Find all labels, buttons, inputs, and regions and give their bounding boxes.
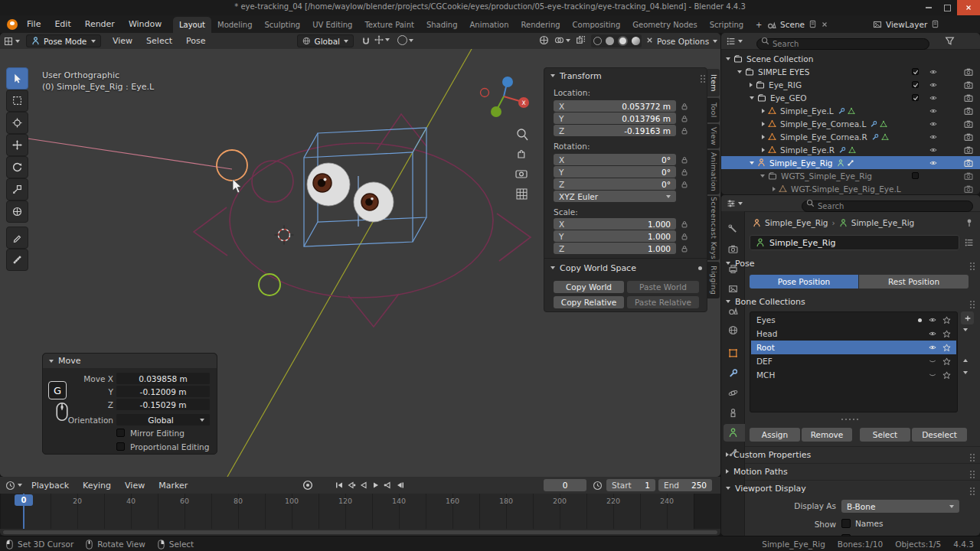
timeline-scrollbar[interactable]	[3, 530, 717, 534]
shading-rendered-button[interactable]	[632, 37, 640, 45]
outliner-row-simple-eye-cornea-r[interactable]: Simple_Eye_Cornea.R	[721, 130, 980, 143]
lock-icon[interactable]	[681, 102, 688, 111]
tool-annotate[interactable]	[6, 227, 28, 249]
outliner-row-simple-eyes[interactable]: SIMPLE EYES	[721, 65, 980, 78]
play-reverse-button[interactable]	[359, 481, 368, 490]
menu-view[interactable]: View	[106, 33, 139, 49]
visibility-icon[interactable]	[929, 81, 938, 89]
outliner-row-eye-geo[interactable]: Eye_GEO	[721, 91, 980, 104]
gizmo-y-axis[interactable]	[491, 106, 501, 117]
jump-to-next-keyframe-button[interactable]	[384, 481, 393, 490]
remove-button[interactable]: Remove	[802, 428, 852, 442]
copy-relative-button[interactable]: Copy Relative	[554, 296, 624, 308]
playhead-badge[interactable]: 0	[15, 494, 33, 506]
maximize-button[interactable]	[939, 0, 956, 15]
tab-tool[interactable]	[728, 224, 738, 234]
motion-paths-header[interactable]: Motion Paths	[726, 465, 976, 478]
outliner-row-simple-eye-cornea-l[interactable]: Simple_Eye_Cornea.L	[721, 117, 980, 130]
viewport-editor-type-button[interactable]	[4, 33, 20, 49]
exclude-checkbox[interactable]	[912, 172, 919, 179]
visibility-icon[interactable]	[929, 107, 938, 115]
outliner-row-wgts-simple-eye-rig[interactable]: WGTS_Simple_Eye_Rig	[721, 169, 980, 182]
rotation-y-field[interactable]: Y0°	[554, 166, 676, 178]
render-visibility-icon[interactable]	[964, 106, 973, 116]
workspace-tab-rendering[interactable]: Rendering	[515, 17, 567, 33]
workspace-tab-geometry-nodes[interactable]: Geometry Nodes	[626, 17, 703, 33]
tab-object-data[interactable]	[728, 428, 738, 438]
lock-icon[interactable]	[681, 220, 688, 229]
properties-editor-type-button[interactable]	[727, 195, 743, 211]
visibility-icon[interactable]	[929, 68, 938, 76]
menu-marker[interactable]: Marker	[152, 477, 194, 494]
lock-icon[interactable]	[681, 168, 688, 177]
operator-panel-header[interactable]: Move	[43, 354, 217, 368]
timeline-editor-type-button[interactable]	[5, 477, 22, 494]
proportional-editing-dropdown[interactable]	[397, 35, 413, 45]
pose-position-button[interactable]: Pose Position	[750, 275, 858, 289]
move-x-field[interactable]: 0.039858 m	[116, 373, 210, 384]
proportional-editing-checkbox[interactable]	[116, 442, 125, 451]
add-collection-button[interactable]	[961, 311, 974, 324]
play-button[interactable]	[371, 481, 381, 490]
tab-modifiers[interactable]	[728, 368, 738, 378]
render-visibility-icon[interactable]	[964, 132, 973, 142]
menu-render[interactable]: Render	[78, 15, 122, 33]
assign-button[interactable]: Assign	[750, 428, 800, 442]
auto-keying-button[interactable]	[302, 480, 313, 491]
menu-edit[interactable]: Edit	[47, 15, 77, 33]
tab-world[interactable]	[728, 325, 738, 335]
outliner-row-eye-rig[interactable]: Eye_RIG	[721, 78, 980, 91]
pose-panel-header[interactable]: Pose	[726, 256, 976, 270]
move-y-field[interactable]: -0.12009 m	[116, 386, 210, 397]
menu-file[interactable]: File	[20, 15, 47, 33]
minimize-button[interactable]	[920, 0, 937, 15]
solo-star-icon[interactable]	[942, 371, 951, 380]
bone-collection-row-def[interactable]: DEF	[751, 354, 956, 368]
id-extras-icon[interactable]	[965, 238, 974, 247]
lock-icon[interactable]	[681, 244, 688, 253]
solo-star-icon[interactable]	[942, 316, 951, 324]
filter-icon[interactable]	[945, 36, 955, 46]
rotation-z-field[interactable]: Z0°	[554, 178, 676, 190]
lock-icon[interactable]	[681, 114, 688, 123]
viewport-display-header[interactable]: Viewport Display	[726, 481, 976, 495]
render-visibility-icon[interactable]	[964, 80, 973, 90]
n-tab-tool[interactable]: Tool	[707, 98, 720, 122]
visibility-icon[interactable]	[929, 159, 938, 167]
lock-icon[interactable]	[681, 126, 688, 135]
visibility-icon[interactable]	[929, 133, 938, 141]
menu-keying[interactable]: Keying	[76, 477, 118, 494]
bone-collection-row-mch[interactable]: MCH	[751, 368, 956, 382]
outliner-row-simple-eye-rig-selected[interactable]: Simple_Eye_Rig	[721, 156, 980, 169]
bone-collection-row-head[interactable]: Head	[751, 327, 956, 341]
scene-selector[interactable]: Scene	[767, 15, 828, 33]
menu-window[interactable]: Window	[122, 15, 168, 33]
visibility-icon[interactable]	[929, 94, 938, 102]
close-button[interactable]	[957, 0, 980, 15]
blender-logo[interactable]	[7, 19, 18, 30]
outliner-row-simple-eye-l[interactable]: Simple_Eye.L	[721, 104, 980, 117]
n-tab-item[interactable]: Item	[707, 69, 720, 96]
render-visibility-icon[interactable]	[964, 93, 973, 103]
workspace-tab-compositing[interactable]: Compositing	[567, 17, 627, 33]
mirror-editing-checkbox[interactable]	[116, 429, 125, 437]
shading-solid-button[interactable]	[606, 37, 614, 45]
pin-id-icon[interactable]	[965, 218, 974, 227]
visibility-off-icon[interactable]	[928, 357, 937, 365]
gizmo-x-negative-axis[interactable]	[481, 89, 489, 97]
scale-z-field[interactable]: Z1.000	[554, 243, 676, 254]
shading-wireframe-button[interactable]	[593, 37, 602, 45]
move-collection-down-button[interactable]	[963, 371, 968, 374]
scale-x-field[interactable]: X1.000	[554, 218, 676, 230]
current-frame-field[interactable]: 0	[544, 479, 586, 491]
overlays-dropdown[interactable]	[554, 35, 570, 45]
tool-cursor[interactable]	[6, 112, 28, 134]
snap-settings-dropdown[interactable]	[374, 35, 390, 44]
snap-toggle[interactable]	[360, 35, 372, 47]
breadcrumb-data[interactable]: Simple_Eye_Rig	[851, 218, 915, 227]
outliner-row-simple-eye-r[interactable]: Simple_Eye.R	[721, 143, 980, 156]
bone-collection-row-root-selected[interactable]: Root	[751, 341, 956, 354]
solo-star-icon[interactable]	[942, 330, 951, 338]
eyeball-right[interactable]	[354, 182, 394, 222]
workspace-tab-modeling[interactable]: Modeling	[211, 17, 259, 33]
